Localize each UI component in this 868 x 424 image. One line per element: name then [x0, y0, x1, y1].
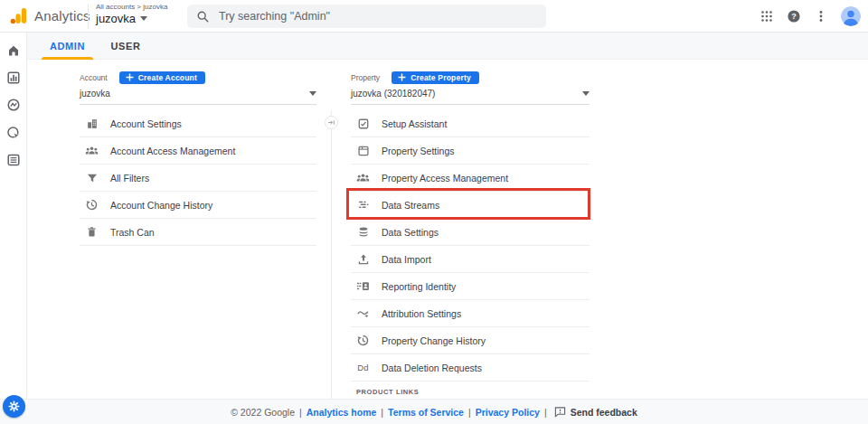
menu-item-label: Data Import — [382, 254, 431, 265]
property-selector[interactable]: juzovka (320182047) — [351, 89, 590, 105]
menu-item-label: Account Settings — [110, 118, 182, 129]
column-divider — [331, 110, 332, 399]
menu-item-data-import[interactable]: Data Import — [351, 246, 590, 273]
admin-gear-icon[interactable] — [3, 395, 25, 418]
attribution-icon — [356, 306, 370, 320]
groups-icon — [85, 144, 99, 157]
property-menu: Setup Assistant Property Settings — [351, 110, 590, 401]
property-selector-value: juzovka (320182047) — [351, 89, 435, 99]
menu-item-label: Trash Can — [110, 227, 155, 238]
tab-admin-label: ADMIN — [50, 41, 85, 52]
create-property-label: Create Property — [410, 73, 471, 82]
property-column: Property Create Property juzovka (320182… — [351, 71, 590, 401]
footer-link-terms-of-service[interactable]: Terms of Service — [388, 407, 464, 418]
groups-icon — [356, 171, 370, 184]
footer-link-analytics-home[interactable]: Analytics home — [307, 407, 377, 418]
apps-grid-icon[interactable] — [760, 9, 774, 24]
account-selector[interactable]: juzovka — [80, 89, 316, 105]
account-switcher[interactable]: All accounts > juzovka juzovka — [96, 3, 167, 25]
more-vert-icon[interactable] — [814, 9, 828, 24]
left-nav-rail — [0, 33, 27, 399]
tab-user[interactable]: USER — [104, 33, 147, 60]
header-divider — [88, 4, 89, 29]
current-account-name: juzovka — [96, 12, 136, 25]
footer-separator: | — [544, 407, 547, 418]
plus-icon — [398, 73, 406, 81]
menu-item-all-filters[interactable]: All Filters — [80, 165, 316, 192]
chevron-down-icon — [140, 16, 147, 21]
upload-icon — [356, 252, 370, 266]
create-property-button[interactable]: Create Property — [392, 71, 479, 84]
send-feedback-button[interactable]: Send feedback — [554, 406, 637, 418]
menu-item-property-access-management[interactable]: Property Access Management — [351, 165, 590, 192]
analytics-logo[interactable]: Analytics — [9, 6, 90, 25]
menu-item-property-settings[interactable]: Property Settings — [351, 137, 590, 165]
menu-item-data-deletion-requests[interactable]: Dd Data Deletion Requests — [351, 354, 590, 382]
data-streams-icon — [356, 198, 370, 212]
menu-item-label: Account Change History — [110, 200, 212, 211]
menu-item-label: Setup Assistant — [382, 118, 447, 129]
menu-item-label: Data Settings — [382, 227, 439, 238]
send-feedback-label: Send feedback — [571, 407, 637, 418]
user-avatar[interactable] — [841, 6, 861, 26]
property-column-label: Property — [351, 73, 380, 82]
create-account-button[interactable]: Create Account — [119, 71, 205, 84]
account-selector-value: juzovka — [80, 89, 110, 99]
menu-item-reporting-identity[interactable]: Reporting Identity — [351, 273, 590, 300]
menu-item-attribution-settings[interactable]: Attribution Settings — [351, 300, 590, 327]
product-name: Analytics — [34, 8, 90, 24]
feedback-icon — [554, 406, 566, 418]
window-icon — [356, 144, 370, 157]
chevron-down-icon — [309, 91, 316, 96]
database-icon — [356, 225, 370, 239]
footer-link-privacy-policy[interactable]: Privacy Policy — [476, 407, 540, 418]
reports-icon[interactable] — [6, 71, 21, 85]
copyright-text: © 2022 Google — [231, 407, 295, 418]
help-icon[interactable]: ? — [787, 9, 801, 24]
page-footer: © 2022 Google | Analytics home | Terms o… — [0, 399, 868, 424]
search-bar[interactable] — [187, 5, 546, 28]
menu-item-account-settings[interactable]: Account Settings — [80, 110, 316, 137]
home-icon[interactable] — [6, 43, 21, 58]
filter-icon — [85, 171, 99, 184]
library-icon[interactable] — [6, 153, 21, 167]
data-deletion-icon: Dd — [356, 361, 370, 374]
svg-text:?: ? — [791, 12, 797, 21]
plus-icon — [126, 73, 134, 81]
account-column-label: Account — [80, 73, 108, 82]
menu-item-label: All Filters — [110, 173, 149, 184]
app-header: Analytics All accounts > juzovka juzovka — [0, 0, 868, 33]
menu-item-label: Account Access Management — [110, 146, 235, 156]
footer-separator: | — [468, 407, 471, 418]
menu-item-setup-assistant[interactable]: Setup Assistant — [351, 110, 590, 137]
breadcrumb: All accounts > juzovka — [96, 3, 167, 11]
menu-item-label: Attribution Settings — [382, 308, 461, 319]
setup-assistant-icon — [356, 117, 370, 130]
explore-icon[interactable] — [6, 98, 21, 112]
tab-admin[interactable]: ADMIN — [42, 33, 93, 60]
collapse-column-button[interactable] — [325, 116, 338, 129]
chevron-down-icon — [582, 91, 590, 96]
history-icon — [85, 198, 99, 212]
admin-tab-bar: ADMIN USER — [27, 33, 868, 60]
account-column: Account Create Account juzovka — [80, 71, 316, 246]
footer-separator: | — [381, 407, 383, 418]
account-menu: Account Settings Account Access Manageme… — [80, 110, 316, 246]
menu-item-trash-can[interactable]: Trash Can — [80, 219, 316, 246]
business-icon — [85, 117, 99, 130]
menu-item-data-streams[interactable]: Data Streams — [351, 192, 590, 219]
search-input[interactable] — [219, 10, 537, 23]
search-icon — [196, 10, 210, 24]
reporting-identity-icon — [356, 279, 370, 293]
menu-item-account-change-history[interactable]: Account Change History — [80, 192, 316, 219]
menu-item-account-access-management[interactable]: Account Access Management — [80, 137, 316, 165]
menu-item-label: Data Streams — [382, 200, 439, 211]
create-account-label: Create Account — [138, 73, 197, 82]
advertising-icon[interactable] — [6, 126, 21, 140]
menu-item-label: Property Settings — [382, 146, 455, 156]
analytics-logo-icon — [9, 6, 28, 25]
menu-item-property-change-history[interactable]: Property Change History — [351, 327, 590, 354]
footer-separator: | — [299, 407, 302, 418]
menu-item-label: Reporting Identity — [382, 281, 456, 292]
menu-item-data-settings[interactable]: Data Settings — [351, 219, 590, 246]
